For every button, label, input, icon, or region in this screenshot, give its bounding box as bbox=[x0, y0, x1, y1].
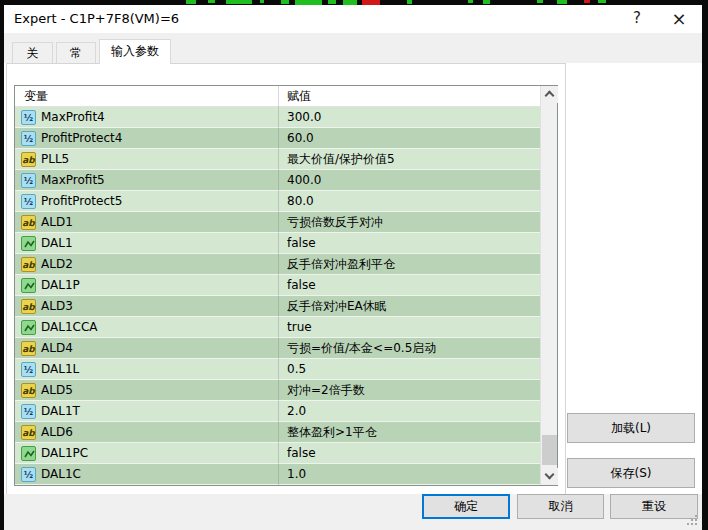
parameters-table: 变量 赋值 ½MaxProfit4300.0½ProfitProtect460.… bbox=[14, 85, 558, 486]
boolean-parameter-icon bbox=[21, 236, 36, 251]
candle-pixel bbox=[260, 0, 264, 3]
boolean-parameter-icon bbox=[21, 278, 36, 293]
candle-pixel bbox=[226, 0, 252, 4]
parameter-name: DAL1C bbox=[41, 464, 81, 484]
parameter-value: 0.5 bbox=[287, 359, 306, 379]
parameter-name: ProfitProtect5 bbox=[41, 191, 122, 211]
parameter-value: false bbox=[287, 233, 316, 253]
candle-pixel bbox=[598, 0, 606, 3]
resize-grip-icon[interactable] bbox=[687, 515, 699, 527]
scrollbar-thumb[interactable] bbox=[542, 435, 557, 465]
candle-pixel bbox=[407, 0, 412, 4]
table-header: 变量 赋值 bbox=[15, 86, 557, 107]
string-parameter-icon: ab bbox=[21, 341, 36, 356]
number-parameter-icon: ½ bbox=[21, 467, 36, 482]
tab-inputs[interactable]: 输入参数 bbox=[99, 39, 171, 64]
boolean-parameter-icon bbox=[21, 446, 36, 461]
parameter-value: 2.0 bbox=[287, 401, 306, 421]
parameter-value: 整体盈利>1平仓 bbox=[287, 422, 377, 442]
boolean-parameter-icon bbox=[21, 320, 36, 335]
close-button[interactable]: × bbox=[662, 5, 696, 33]
parameter-value: 1.0 bbox=[287, 464, 306, 484]
number-parameter-icon: ½ bbox=[21, 194, 36, 209]
parameter-value: 反手倍对冲EA休眠 bbox=[287, 296, 387, 316]
number-parameter-icon: ½ bbox=[21, 131, 36, 146]
cancel-button[interactable]: 取消 bbox=[517, 494, 604, 519]
candle-pixel bbox=[468, 0, 473, 3]
candle-pixel bbox=[186, 0, 196, 4]
help-button[interactable]: ? bbox=[620, 5, 654, 33]
parameter-name: ProfitProtect4 bbox=[41, 128, 122, 148]
window-title: Expert - C1P+7F8(VM)=6 bbox=[14, 5, 179, 33]
string-parameter-icon: ab bbox=[21, 215, 36, 230]
parameter-value: 亏损倍数反手对冲 bbox=[287, 212, 383, 232]
string-parameter-icon: ab bbox=[21, 299, 36, 314]
candle-pixel bbox=[328, 0, 336, 4]
parameter-value: 反手倍对冲盈利平仓 bbox=[287, 254, 395, 274]
candle-pixel bbox=[483, 0, 490, 4]
candle-pixel bbox=[584, 0, 590, 3]
vertical-scrollbar[interactable] bbox=[540, 86, 557, 485]
parameter-value: 亏损=价值/本金<=0.5启动 bbox=[287, 338, 436, 358]
parameter-name: PLL5 bbox=[41, 149, 69, 169]
parameter-value: false bbox=[287, 443, 316, 463]
parameter-value: false bbox=[287, 275, 316, 295]
string-parameter-icon: ab bbox=[21, 383, 36, 398]
parameter-name: DAL1 bbox=[41, 233, 73, 253]
scroll-down-button[interactable] bbox=[541, 468, 558, 485]
parameter-name: DAL1PC bbox=[41, 443, 88, 463]
number-parameter-icon: ½ bbox=[21, 173, 36, 188]
string-parameter-icon: ab bbox=[21, 152, 36, 167]
parameter-name: ALD3 bbox=[41, 296, 73, 316]
parameter-name: DAL1L bbox=[41, 359, 79, 379]
parameter-value: true bbox=[287, 317, 312, 337]
reset-button[interactable]: 重设 bbox=[610, 494, 698, 519]
parameter-name: ALD1 bbox=[41, 212, 73, 232]
parameter-value: 对冲=2倍手数 bbox=[287, 380, 365, 400]
string-parameter-icon: ab bbox=[21, 425, 36, 440]
number-parameter-icon: ½ bbox=[21, 362, 36, 377]
parameter-name: MaxProfit4 bbox=[41, 107, 105, 127]
scroll-up-button[interactable] bbox=[541, 86, 558, 103]
ok-button[interactable]: 确定 bbox=[422, 494, 510, 519]
parameter-name: ALD2 bbox=[41, 254, 73, 274]
load-button[interactable]: 加载(L) bbox=[567, 413, 695, 443]
parameter-name: DAL1CCA bbox=[41, 317, 98, 337]
parameter-name: DAL1T bbox=[41, 401, 80, 421]
tab-about[interactable]: 关于 bbox=[12, 42, 53, 63]
tab-common[interactable]: 常用 bbox=[56, 42, 96, 63]
tab-strip: 关于 常用 输入参数 bbox=[4, 33, 702, 63]
parameter-value: 最大价值/保护价值5 bbox=[287, 149, 395, 169]
candle-pixel bbox=[537, 0, 543, 3]
candle-pixel bbox=[208, 0, 215, 3]
parameter-name: ALD5 bbox=[41, 380, 73, 400]
parameter-name: DAL1P bbox=[41, 275, 80, 295]
parameter-name: ALD4 bbox=[41, 338, 73, 358]
parameter-value: 400.0 bbox=[287, 170, 321, 190]
column-header-value[interactable]: 赋值 bbox=[287, 86, 311, 106]
save-button[interactable]: 保存(S) bbox=[567, 458, 695, 488]
parameter-value: 60.0 bbox=[287, 128, 314, 148]
chevron-down-icon bbox=[545, 470, 555, 480]
parameter-value: 300.0 bbox=[287, 107, 321, 127]
candle-pixel bbox=[557, 0, 567, 4]
string-parameter-icon: ab bbox=[21, 257, 36, 272]
parameter-name: ALD6 bbox=[41, 422, 73, 442]
column-header-variable[interactable]: 变量 bbox=[24, 86, 48, 106]
parameter-name: MaxProfit5 bbox=[41, 170, 105, 190]
column-divider[interactable] bbox=[278, 86, 279, 485]
candle-pixel bbox=[281, 0, 289, 4]
chevron-up-icon bbox=[545, 91, 555, 101]
number-parameter-icon: ½ bbox=[21, 404, 36, 419]
number-parameter-icon: ½ bbox=[21, 110, 36, 125]
expert-properties-dialog: Expert - C1P+7F8(VM)=6 ? × 关于 常用 输入参数 变量… bbox=[4, 5, 702, 530]
title-bar: Expert - C1P+7F8(VM)=6 ? × bbox=[4, 5, 702, 33]
parameter-value: 80.0 bbox=[287, 191, 314, 211]
